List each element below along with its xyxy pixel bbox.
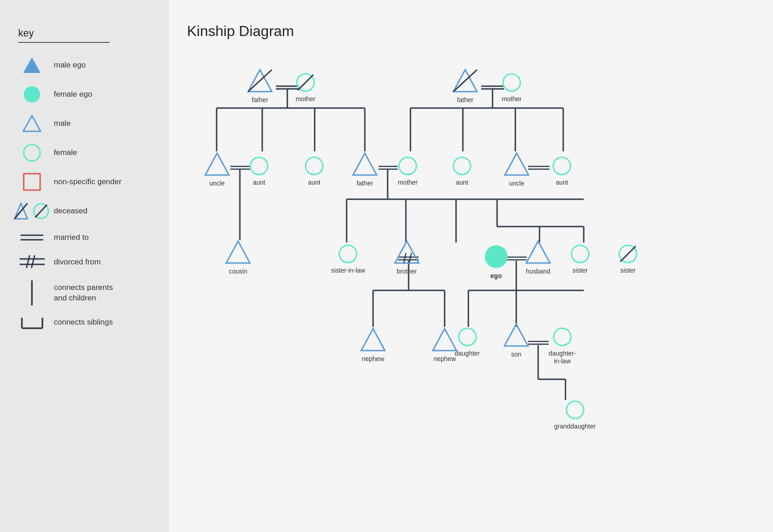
node-daughter-in-law: daughter-in-law [549, 327, 576, 365]
svg-point-99 [566, 401, 584, 418]
nonspecific-icon [18, 172, 46, 191]
svg-point-80 [306, 157, 323, 175]
key-item-parent-child: connects parentsand children [18, 280, 150, 305]
diagram-lines [187, 53, 757, 509]
svg-point-91 [571, 245, 589, 263]
svg-line-8 [35, 205, 47, 217]
deceased-icon [18, 201, 46, 221]
label-cousin: cousin [229, 268, 247, 275]
key-label-nonspecific: non-specific gender [54, 177, 121, 187]
svg-marker-97 [504, 324, 528, 346]
label-pat-grandfather: father [252, 96, 268, 104]
married-icon [18, 231, 46, 244]
label-uncle-right: uncle [509, 180, 524, 187]
node-mat-grandmother: mother [502, 72, 522, 103]
svg-point-96 [459, 328, 476, 346]
key-item-divorced: divorced from [18, 254, 150, 270]
label-aunt-2: aunt [308, 179, 320, 186]
svg-point-3 [24, 145, 40, 161]
key-label-male-ego: male ego [54, 60, 86, 70]
kinship-diagram: father mother father mother [187, 53, 757, 509]
svg-point-79 [250, 157, 268, 175]
female-ego-icon [18, 85, 46, 104]
label-nephew-1: nephew [362, 355, 384, 363]
node-aunt-left: aunt [249, 156, 269, 186]
svg-marker-78 [205, 153, 229, 175]
male-ego-icon [18, 56, 46, 75]
svg-marker-88 [395, 241, 419, 263]
node-granddaughter: granddaughter [554, 400, 596, 430]
node-mat-grandfather: father [451, 68, 479, 104]
female-icon [18, 143, 46, 162]
svg-point-87 [339, 245, 357, 263]
main-content: Kinship Diagram [169, 0, 773, 532]
svg-line-6 [15, 203, 27, 219]
label-sister-1: sister [572, 267, 587, 274]
key-item-male-ego: male ego [18, 56, 150, 75]
node-brother: brother [393, 239, 420, 275]
svg-marker-2 [23, 116, 41, 131]
label-nephew-2: nephew [433, 355, 456, 363]
node-mother: mother [398, 156, 418, 186]
node-aunt-right: aunt [552, 156, 572, 186]
label-uncle-left: uncle [209, 180, 224, 187]
label-son: son [511, 351, 522, 358]
svg-rect-4 [24, 174, 40, 190]
svg-line-14 [31, 255, 35, 268]
label-aunt-left: aunt [253, 179, 265, 186]
svg-point-89 [485, 245, 508, 268]
key-label-divorced: divorced from [54, 257, 101, 267]
svg-point-85 [553, 157, 571, 175]
node-uncle-left: uncle [203, 151, 231, 187]
svg-marker-0 [23, 57, 41, 73]
node-sister-in-law: sister-in-law [331, 244, 365, 274]
label-mat-grandmother: mother [502, 95, 522, 103]
key-label-married: married to [54, 232, 89, 243]
node-cousin: cousin [224, 239, 252, 275]
node-son: son [503, 322, 530, 358]
node-daughter: daughter [455, 327, 480, 357]
label-daughter-in-law: daughter-in-law [549, 350, 576, 365]
node-pat-grandmother: mother [296, 72, 316, 103]
label-aunt-right: aunt [555, 179, 568, 186]
label-aunt-3: aunt [456, 179, 468, 186]
node-sister-1: sister [570, 244, 590, 274]
svg-line-76 [453, 70, 477, 92]
node-aunt-3: aunt [452, 156, 472, 186]
key-item-deceased: deceased [18, 201, 150, 221]
svg-marker-90 [526, 241, 550, 263]
key-label-siblings: connects siblings [54, 317, 113, 327]
male-icon [18, 114, 46, 133]
svg-point-77 [503, 74, 520, 91]
svg-line-72 [248, 70, 272, 92]
key-label-deceased: deceased [54, 206, 88, 216]
node-ego: ego [483, 244, 509, 280]
svg-line-93 [620, 246, 636, 262]
key-label-male: male [54, 119, 71, 129]
key-label-parent-child: connects parentsand children [54, 283, 113, 303]
key-label-female: female [54, 148, 77, 158]
parent-child-icon [18, 280, 46, 305]
svg-marker-95 [433, 329, 457, 351]
label-sister-2: sister [620, 267, 635, 274]
svg-point-98 [554, 328, 571, 346]
svg-line-13 [26, 255, 30, 268]
node-aunt-2: aunt [304, 156, 324, 186]
label-father: father [357, 180, 373, 187]
node-father: father [351, 151, 379, 187]
siblings-icon [18, 315, 46, 329]
label-daughter: daughter [455, 350, 480, 357]
node-pat-grandfather: father [246, 68, 274, 104]
key-item-nonspecific: non-specific gender [18, 172, 150, 191]
label-husband: husband [526, 268, 550, 275]
svg-marker-94 [361, 329, 385, 351]
label-pat-grandmother: mother [296, 95, 316, 103]
svg-point-83 [453, 157, 471, 175]
label-sister-in-law: sister-in-law [331, 267, 365, 274]
key-title: key [18, 27, 150, 39]
node-uncle-right: uncle [503, 151, 530, 187]
label-granddaughter: granddaughter [554, 423, 596, 430]
node-husband: husband [524, 239, 552, 275]
key-label-female-ego: female ego [54, 89, 92, 99]
key-item-siblings: connects siblings [18, 315, 150, 329]
